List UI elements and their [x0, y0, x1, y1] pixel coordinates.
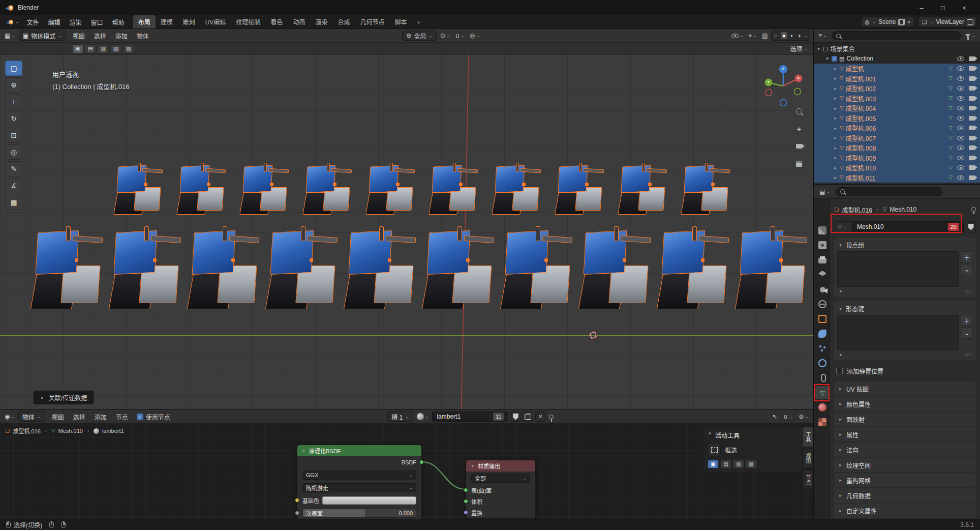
- shading-mode-switch[interactable]: ○ ● ◐ ◑ ⌄: [771, 31, 810, 41]
- unlink-material-icon[interactable]: ×: [535, 411, 545, 422]
- workspace-tab[interactable]: +: [412, 16, 425, 28]
- add-icon[interactable]: ＋: [961, 251, 973, 262]
- expand-icon[interactable]: ▸: [833, 165, 838, 170]
- new-material-icon[interactable]: [523, 411, 533, 422]
- material-shading-icon[interactable]: ◐: [790, 32, 794, 39]
- add-icon[interactable]: ＋: [961, 315, 973, 326]
- collapsed-panel[interactable]: ▸属性: [834, 427, 976, 441]
- disable-render-icon[interactable]: [969, 156, 975, 160]
- collapsed-panel[interactable]: ▸几何数据: [834, 488, 976, 503]
- hide-viewport-icon[interactable]: [957, 56, 964, 61]
- snap-magnet-icon[interactable]: ∪⌄: [782, 413, 794, 420]
- breadcrumb-material[interactable]: lambert1: [102, 428, 124, 434]
- specials-menu-icon[interactable]: ⌄: [961, 328, 973, 339]
- workspace-tab[interactable]: 布局: [133, 15, 156, 28]
- select-mode-extend-icon[interactable]: ▤: [85, 44, 96, 53]
- properties-tab-physics[interactable]: [815, 357, 830, 370]
- viewport-menu-item[interactable]: 选择: [89, 30, 111, 42]
- fake-user-shield-icon[interactable]: [966, 221, 976, 232]
- annotate-tool[interactable]: ✎: [5, 161, 22, 176]
- pivot-point-selector[interactable]: ⊙⌄: [439, 32, 452, 39]
- hide-viewport-icon[interactable]: [957, 165, 964, 170]
- unlink-icon[interactable]: ×: [907, 19, 910, 25]
- solid-shading-icon[interactable]: ●: [781, 32, 787, 39]
- properties-tab-render[interactable]: [815, 239, 830, 252]
- disable-render-icon[interactable]: [969, 175, 975, 180]
- outliner-search[interactable]: [832, 31, 961, 40]
- pin-icon[interactable]: [547, 415, 555, 419]
- workspace-tab[interactable]: 动画: [288, 15, 310, 28]
- disable-render-icon[interactable]: [969, 86, 975, 91]
- machine-object[interactable]: [34, 231, 105, 313]
- outliner-object-row[interactable]: ▸▽成型机.011▽: [814, 173, 980, 183]
- volume-socket[interactable]: [464, 499, 468, 504]
- viewport-menu-item[interactable]: 添加: [111, 30, 132, 42]
- expand-icon[interactable]: ▸: [833, 175, 838, 180]
- collapse-icon[interactable]: ▾: [838, 306, 843, 311]
- hide-viewport-icon[interactable]: [957, 145, 964, 150]
- overlays-selector[interactable]: ⊚⌄: [797, 413, 810, 420]
- machine-object[interactable]: [347, 231, 418, 313]
- move-tool[interactable]: +: [5, 94, 22, 109]
- hide-viewport-icon[interactable]: [957, 116, 964, 121]
- shader-menu-item[interactable]: 选择: [69, 411, 90, 423]
- data-users-count[interactable]: 20: [948, 223, 959, 231]
- properties-tab-world[interactable]: [815, 298, 830, 311]
- workspace-tab[interactable]: 渲染: [310, 15, 332, 28]
- viewport-menu-item[interactable]: 视图: [68, 30, 89, 42]
- disable-render-icon[interactable]: [969, 165, 975, 170]
- pan-hand-icon[interactable]: +: [793, 123, 805, 135]
- menubar-item[interactable]: 帮助: [108, 16, 129, 28]
- shader-type-selector[interactable]: 物体 ⌄: [18, 411, 45, 422]
- filter-expand-icon[interactable]: ▸: [839, 288, 843, 294]
- hide-viewport-icon[interactable]: [957, 126, 964, 130]
- hide-viewport-icon[interactable]: [957, 175, 964, 180]
- disable-render-icon[interactable]: [969, 136, 975, 140]
- camera-view-icon[interactable]: [793, 140, 805, 152]
- pin-icon[interactable]: [971, 207, 976, 212]
- transform-orientation-selector[interactable]: ⊕ 全局 ⌄: [402, 31, 437, 41]
- select-mode-intersect-icon[interactable]: ▨: [123, 44, 134, 53]
- breadcrumb-mesh[interactable]: Mesh.010: [58, 428, 83, 434]
- collapsed-panel[interactable]: ▸面映射: [834, 412, 976, 426]
- measure-tool[interactable]: ∡: [5, 178, 22, 193]
- mode-selector[interactable]: ▣ 物体模式 ⌄: [19, 31, 66, 41]
- select-mode-set-icon[interactable]: ▣: [708, 460, 719, 468]
- outliner-object-row[interactable]: ▸▽成型机.003▽: [814, 94, 980, 104]
- machine-object[interactable]: [115, 166, 164, 217]
- properties-tab-object[interactable]: [815, 312, 830, 326]
- workspace-tab[interactable]: 着色: [265, 15, 288, 28]
- maximize-icon[interactable]: □: [932, 0, 954, 15]
- disable-render-icon[interactable]: [969, 106, 975, 110]
- resize-grip-icon[interactable]: ∷∷: [965, 352, 971, 358]
- disable-render-icon[interactable]: [969, 145, 975, 150]
- checkbox-unchecked-icon[interactable]: [836, 368, 843, 374]
- select-box-tool[interactable]: ▢: [5, 61, 22, 76]
- breadcrumb-object[interactable]: 成型机.016: [13, 427, 40, 435]
- select-mode-set-icon[interactable]: ▣: [72, 44, 83, 53]
- machine-object[interactable]: [190, 231, 261, 313]
- machine-object[interactable]: [581, 231, 653, 313]
- hide-viewport-icon[interactable]: [957, 76, 964, 81]
- hide-viewport-icon[interactable]: [957, 156, 964, 160]
- transform-tool[interactable]: ◎: [5, 144, 22, 160]
- collapsed-panel[interactable]: ▸自定义属性: [834, 504, 976, 518]
- hide-viewport-icon[interactable]: [957, 106, 964, 110]
- collection-checkbox[interactable]: ✓: [832, 56, 837, 62]
- scale-tool[interactable]: ⊡: [5, 128, 22, 143]
- show-gizmo-selector[interactable]: ⌄: [730, 33, 745, 38]
- collapsed-panel[interactable]: ▸颜色属性: [834, 397, 976, 411]
- viewport-options-dropdown[interactable]: 选项 ⌄: [790, 44, 808, 53]
- outliner-object-row[interactable]: ▸▽成型机.009▽: [814, 153, 980, 163]
- rest-position-toggle[interactable]: 添加静置位置: [836, 367, 974, 375]
- machine-object[interactable]: [503, 231, 574, 313]
- viewport-3d[interactable]: ▦⌄ ▣ 物体模式 ⌄ 视图选择添加物体 ⊕ 全局 ⌄ ⊙⌄: [0, 29, 813, 409]
- outliner[interactable]: ≡⌄ ⌄ ▾ ▢ 场景集合 ▾ ✓ ▤ Collection: [814, 29, 980, 185]
- view-layer-selector[interactable]: ❏ ⌄ ViewLayer: [918, 17, 977, 27]
- menubar-item[interactable]: 窗口: [86, 16, 108, 28]
- outliner-object-row[interactable]: ▸▽成型机.002▽: [814, 83, 980, 94]
- disable-render-icon[interactable]: [969, 76, 975, 81]
- collapse-icon[interactable]: ▾: [816, 46, 821, 51]
- properties-tab-constraints[interactable]: [815, 371, 830, 385]
- zoom-icon[interactable]: [793, 105, 805, 117]
